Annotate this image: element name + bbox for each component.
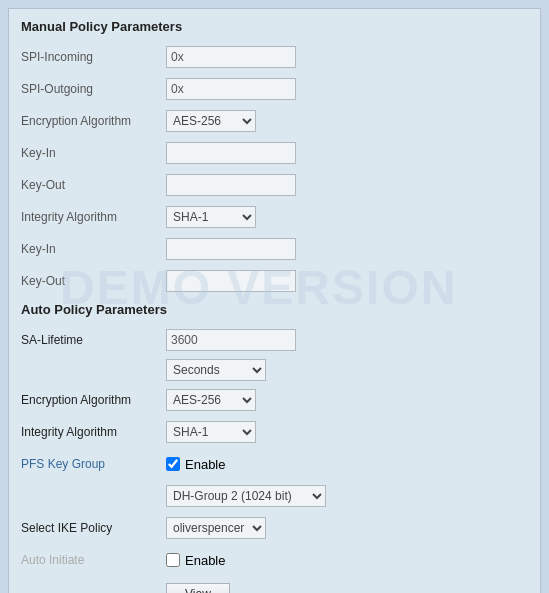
- sa-lifetime-unit-select[interactable]: Seconds Minutes Hours: [166, 359, 266, 381]
- manual-key-in-2-label: Key-In: [21, 242, 166, 256]
- pfs-dh-group-row: DH-Group 2 (1024 bit) DH-Group 1 (768 bi…: [21, 483, 528, 509]
- sa-lifetime-label: SA-Lifetime: [21, 333, 166, 347]
- spi-outgoing-label: SPI-Outgoing: [21, 82, 166, 96]
- sa-lifetime-unit-row: Seconds Minutes Hours: [166, 359, 528, 381]
- select-ike-policy-select[interactable]: oliverspencer default: [166, 517, 266, 539]
- spi-incoming-row: SPI-Incoming: [21, 44, 528, 70]
- auto-initiate-enable-label: Enable: [185, 553, 225, 568]
- manual-key-out-1-label: Key-Out: [21, 178, 166, 192]
- auto-initiate-checkbox[interactable]: [166, 553, 180, 567]
- manual-key-in-1-label: Key-In: [21, 146, 166, 160]
- auto-policy-title: Auto Policy Parameters: [21, 302, 528, 319]
- select-ike-policy-label: Select IKE Policy: [21, 521, 166, 535]
- manual-key-out-1-row: Key-Out: [21, 172, 528, 198]
- manual-enc-alg-label: Encryption Algorithm: [21, 114, 166, 128]
- manual-key-out-2-row: Key-Out: [21, 268, 528, 294]
- view-button[interactable]: View: [166, 583, 230, 593]
- manual-key-out-1-input[interactable]: [166, 174, 296, 196]
- pfs-enable-label: Enable: [185, 457, 225, 472]
- manual-key-out-2-label: Key-Out: [21, 274, 166, 288]
- manual-key-in-1-row: Key-In: [21, 140, 528, 166]
- manual-key-in-1-input[interactable]: [166, 142, 296, 164]
- pfs-key-group-row: PFS Key Group Enable: [21, 451, 528, 477]
- manual-integ-alg-select[interactable]: SHA-1 SHA-256 MD5: [166, 206, 256, 228]
- auto-initiate-row: Auto Initiate Enable: [21, 547, 528, 573]
- manual-key-in-2-row: Key-In: [21, 236, 528, 262]
- spi-outgoing-input[interactable]: [166, 78, 296, 100]
- auto-initiate-label: Auto Initiate: [21, 553, 166, 567]
- sa-lifetime-row: SA-Lifetime: [21, 327, 528, 353]
- pfs-dh-group-select[interactable]: DH-Group 2 (1024 bit) DH-Group 1 (768 bi…: [166, 485, 326, 507]
- manual-policy-title: Manual Policy Parameters: [21, 19, 528, 36]
- manual-key-out-2-input[interactable]: [166, 270, 296, 292]
- auto-enc-alg-select[interactable]: AES-256 AES-128 3DES DES: [166, 389, 256, 411]
- select-ike-policy-row: Select IKE Policy oliverspencer default: [21, 515, 528, 541]
- manual-integ-alg-row: Integrity Algorithm SHA-1 SHA-256 MD5: [21, 204, 528, 230]
- auto-integ-alg-label: Integrity Algorithm: [21, 425, 166, 439]
- auto-enc-alg-row: Encryption Algorithm AES-256 AES-128 3DE…: [21, 387, 528, 413]
- manual-key-in-2-input[interactable]: [166, 238, 296, 260]
- manual-enc-alg-select[interactable]: AES-256 AES-128 3DES DES: [166, 110, 256, 132]
- auto-integ-alg-select[interactable]: SHA-1 SHA-256 MD5: [166, 421, 256, 443]
- sa-lifetime-input[interactable]: [166, 329, 296, 351]
- auto-enc-alg-label: Encryption Algorithm: [21, 393, 166, 407]
- pfs-enable-group: Enable: [166, 457, 225, 472]
- spi-incoming-label: SPI-Incoming: [21, 50, 166, 64]
- manual-enc-alg-row: Encryption Algorithm AES-256 AES-128 3DE…: [21, 108, 528, 134]
- auto-integ-alg-row: Integrity Algorithm SHA-1 SHA-256 MD5: [21, 419, 528, 445]
- spi-incoming-input[interactable]: [166, 46, 296, 68]
- pfs-enable-checkbox[interactable]: [166, 457, 180, 471]
- spi-outgoing-row: SPI-Outgoing: [21, 76, 528, 102]
- auto-initiate-group: Enable: [166, 553, 225, 568]
- manual-integ-alg-label: Integrity Algorithm: [21, 210, 166, 224]
- pfs-key-group-label: PFS Key Group: [21, 457, 166, 471]
